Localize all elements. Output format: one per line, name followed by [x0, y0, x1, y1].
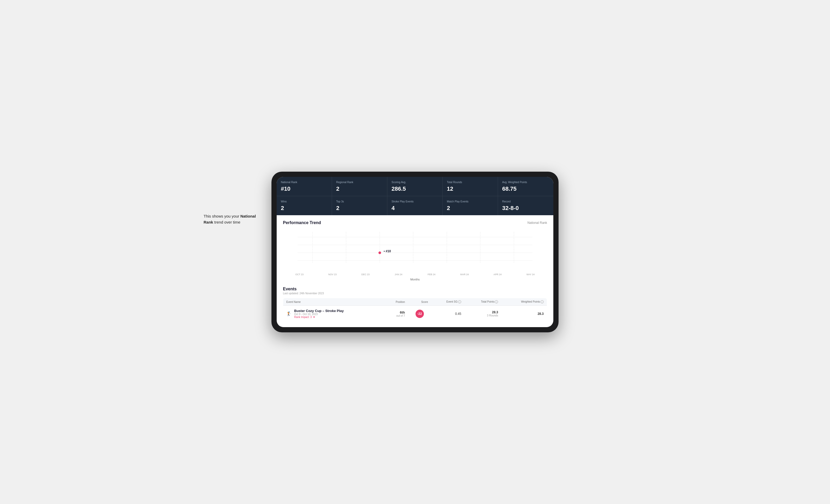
stat-label: Avg. Weighted Points [502, 180, 549, 184]
total-rounds: 3 Rounds [468, 314, 498, 317]
event-position-cell: 6th out of 7 [384, 306, 408, 322]
x-label-oct23: OCT 23 [283, 273, 316, 276]
stat-value: 2 [336, 186, 383, 192]
events-section: Events Last updated: 24th November 2023 … [277, 287, 553, 327]
chart-x-labels: OCT 23 NOV 23 DEC 23 JAN 24 FEB 24 MAR 2… [283, 272, 547, 277]
event-type-icon: 🏌 [286, 311, 291, 316]
stat-record: Record 32-8-0 [498, 196, 553, 215]
x-label-nov23: NOV 23 [316, 273, 349, 276]
stat-label: National Rank [281, 180, 327, 184]
stat-label: Regional Rank [336, 180, 383, 184]
position-value: 6th [387, 310, 405, 314]
stat-stroke-play: Stroke Play Events 4 [387, 196, 443, 215]
stat-value: 2 [336, 205, 383, 211]
x-label-mar24: MAR 24 [448, 273, 481, 276]
stat-label: Match Play Events [447, 200, 493, 203]
table-header-row: Event Name Position Score Event SGi Tota… [283, 298, 547, 306]
table-row: 🏌 Buster Cozy Cup – Stroke Play Oct 9 - … [283, 306, 547, 322]
stat-value: 2 [281, 205, 327, 211]
chart-x-axis-title: Months [283, 278, 547, 281]
col-event-sg: Event SGi [431, 298, 464, 306]
event-sg-cell: 0.45 [431, 306, 464, 322]
stat-value: 4 [391, 205, 438, 211]
weighted-points-info-icon: i [541, 300, 544, 303]
stat-scoring-avg: Scoring Avg. 286.5 [387, 177, 443, 196]
stat-value: 68.75 [502, 186, 549, 192]
stat-value: 2 [447, 205, 493, 211]
col-weighted-points: Weighted Pointsi [501, 298, 547, 306]
stat-value: 32-8-0 [502, 205, 549, 211]
stat-label: Stroke Play Events [391, 200, 438, 203]
x-label-may24: MAY 24 [514, 273, 547, 276]
score-badge: -22 [416, 310, 424, 318]
stat-top3s: Top 3s 2 [332, 196, 387, 215]
annotation-text: This shows you your National Rank trend … [203, 214, 256, 224]
chevron-down-icon: ▼ [313, 316, 315, 318]
position-sub: out of 7 [387, 314, 405, 317]
col-position: Position [384, 298, 408, 306]
performance-header: Performance Trend National Rank [283, 221, 547, 225]
stat-label: Scoring Avg. [391, 180, 438, 184]
col-score: Score [408, 298, 431, 306]
x-label-dec23: DEC 23 [349, 273, 382, 276]
tablet-screen: National Rank #10 Regional Rank 2 Scorin… [277, 177, 553, 327]
stat-value: 12 [447, 186, 493, 192]
event-name-info: Buster Cozy Cup – Stroke Play Oct 9 - Oc… [294, 309, 344, 318]
stat-label: Top 3s [336, 200, 383, 203]
svg-point-12 [379, 251, 381, 254]
performance-section: Performance Trend National Rank [277, 215, 553, 287]
events-last-updated: Last updated: 24th November 2023 [283, 292, 547, 295]
event-weighted-points-cell: 28.3 [501, 306, 547, 322]
event-total-points-cell: 28.3 3 Rounds [464, 306, 501, 322]
performance-title: Performance Trend [283, 221, 321, 225]
stat-avg-weighted-points: Avg. Weighted Points 68.75 [498, 177, 553, 196]
stats-row-1: National Rank #10 Regional Rank 2 Scorin… [277, 177, 553, 196]
x-label-feb24: FEB 24 [415, 273, 448, 276]
stat-label: Wins [281, 200, 327, 203]
stat-value: 286.5 [391, 186, 438, 192]
event-name-cell: 🏌 Buster Cozy Cup – Stroke Play Oct 9 - … [283, 306, 384, 322]
stat-national-rank: National Rank #10 [277, 177, 332, 196]
svg-text:• #10: • #10 [384, 249, 391, 253]
stat-regional-rank: Regional Rank 2 [332, 177, 387, 196]
stat-label: Record [502, 200, 549, 203]
stat-wins: Wins 2 [277, 196, 332, 215]
x-label-jan24: JAN 24 [382, 273, 415, 276]
stat-match-play: Match Play Events 2 [443, 196, 498, 215]
events-title: Events [283, 287, 547, 292]
stat-value: #10 [281, 186, 327, 192]
performance-chart: • #10 [283, 229, 547, 271]
total-points-value: 28.3 [468, 310, 498, 314]
x-label-apr24: APR 24 [481, 273, 514, 276]
annotation: This shows you your National Rank trend … [203, 213, 261, 225]
tablet-frame: National Rank #10 Regional Rank 2 Scorin… [272, 172, 558, 332]
event-name: Buster Cozy Cup – Stroke Play [294, 309, 344, 313]
event-sg-info-icon: i [458, 300, 461, 303]
col-total-points: Total Pointsi [464, 298, 501, 306]
performance-subtitle: National Rank [528, 221, 547, 225]
events-table: Event Name Position Score Event SGi Tota… [283, 298, 547, 322]
stat-total-rounds: Total Rounds 12 [443, 177, 498, 196]
col-event-name: Event Name [283, 298, 384, 306]
stat-label: Total Rounds [447, 180, 493, 184]
stats-row-2: Wins 2 Top 3s 2 Stroke Play Events 4 Mat… [277, 196, 553, 215]
event-score-cell: -22 [408, 306, 431, 322]
total-points-info-icon: i [495, 300, 498, 303]
chart-container: • #10 [283, 229, 547, 271]
event-rank-impact: Rank Impact: 3 ▼ [294, 316, 344, 318]
event-dates: Oct 9 - Oct 10, 2023 [294, 313, 344, 316]
